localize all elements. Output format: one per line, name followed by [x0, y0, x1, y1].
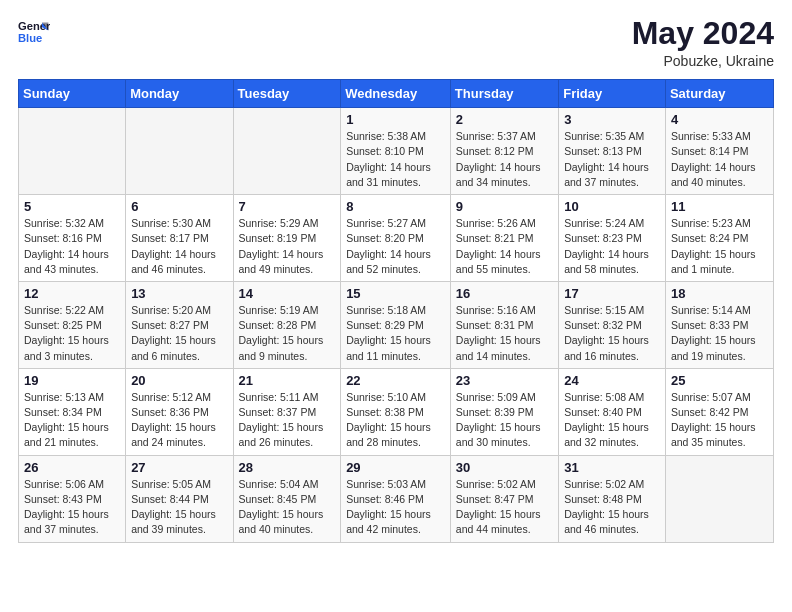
- day-info: Sunrise: 5:14 AM Sunset: 8:33 PM Dayligh…: [671, 303, 768, 364]
- table-row: 30Sunrise: 5:02 AM Sunset: 8:47 PM Dayli…: [450, 455, 558, 542]
- col-thursday: Thursday: [450, 80, 558, 108]
- col-friday: Friday: [559, 80, 666, 108]
- day-info: Sunrise: 5:33 AM Sunset: 8:14 PM Dayligh…: [671, 129, 768, 190]
- day-number: 5: [24, 199, 120, 214]
- month-year: May 2024: [632, 16, 774, 51]
- day-number: 4: [671, 112, 768, 127]
- day-info: Sunrise: 5:15 AM Sunset: 8:32 PM Dayligh…: [564, 303, 660, 364]
- day-info: Sunrise: 5:13 AM Sunset: 8:34 PM Dayligh…: [24, 390, 120, 451]
- day-number: 28: [239, 460, 336, 475]
- table-row: 19Sunrise: 5:13 AM Sunset: 8:34 PM Dayli…: [19, 368, 126, 455]
- location: Pobuzke, Ukraine: [632, 53, 774, 69]
- table-row: 16Sunrise: 5:16 AM Sunset: 8:31 PM Dayli…: [450, 281, 558, 368]
- day-info: Sunrise: 5:37 AM Sunset: 8:12 PM Dayligh…: [456, 129, 553, 190]
- day-info: Sunrise: 5:03 AM Sunset: 8:46 PM Dayligh…: [346, 477, 445, 538]
- table-row: [233, 108, 341, 195]
- table-row: 3Sunrise: 5:35 AM Sunset: 8:13 PM Daylig…: [559, 108, 666, 195]
- table-row: 24Sunrise: 5:08 AM Sunset: 8:40 PM Dayli…: [559, 368, 666, 455]
- day-number: 18: [671, 286, 768, 301]
- day-info: Sunrise: 5:30 AM Sunset: 8:17 PM Dayligh…: [131, 216, 227, 277]
- table-row: 29Sunrise: 5:03 AM Sunset: 8:46 PM Dayli…: [341, 455, 451, 542]
- day-info: Sunrise: 5:29 AM Sunset: 8:19 PM Dayligh…: [239, 216, 336, 277]
- day-info: Sunrise: 5:16 AM Sunset: 8:31 PM Dayligh…: [456, 303, 553, 364]
- logo-icon: General Blue: [18, 16, 50, 48]
- day-info: Sunrise: 5:35 AM Sunset: 8:13 PM Dayligh…: [564, 129, 660, 190]
- col-monday: Monday: [126, 80, 233, 108]
- day-number: 26: [24, 460, 120, 475]
- table-row: [19, 108, 126, 195]
- day-number: 31: [564, 460, 660, 475]
- title-block: May 2024 Pobuzke, Ukraine: [632, 16, 774, 69]
- day-info: Sunrise: 5:12 AM Sunset: 8:36 PM Dayligh…: [131, 390, 227, 451]
- day-info: Sunrise: 5:02 AM Sunset: 8:48 PM Dayligh…: [564, 477, 660, 538]
- table-row: 20Sunrise: 5:12 AM Sunset: 8:36 PM Dayli…: [126, 368, 233, 455]
- day-number: 6: [131, 199, 227, 214]
- day-info: Sunrise: 5:23 AM Sunset: 8:24 PM Dayligh…: [671, 216, 768, 277]
- page: General Blue May 2024 Pobuzke, Ukraine S…: [0, 0, 792, 612]
- day-number: 30: [456, 460, 553, 475]
- header: General Blue May 2024 Pobuzke, Ukraine: [18, 16, 774, 69]
- day-number: 29: [346, 460, 445, 475]
- table-row: 6Sunrise: 5:30 AM Sunset: 8:17 PM Daylig…: [126, 195, 233, 282]
- day-number: 19: [24, 373, 120, 388]
- table-row: 10Sunrise: 5:24 AM Sunset: 8:23 PM Dayli…: [559, 195, 666, 282]
- table-row: 4Sunrise: 5:33 AM Sunset: 8:14 PM Daylig…: [665, 108, 773, 195]
- col-sunday: Sunday: [19, 80, 126, 108]
- day-info: Sunrise: 5:09 AM Sunset: 8:39 PM Dayligh…: [456, 390, 553, 451]
- table-row: 14Sunrise: 5:19 AM Sunset: 8:28 PM Dayli…: [233, 281, 341, 368]
- day-number: 8: [346, 199, 445, 214]
- day-number: 10: [564, 199, 660, 214]
- table-row: 22Sunrise: 5:10 AM Sunset: 8:38 PM Dayli…: [341, 368, 451, 455]
- day-info: Sunrise: 5:19 AM Sunset: 8:28 PM Dayligh…: [239, 303, 336, 364]
- table-row: 15Sunrise: 5:18 AM Sunset: 8:29 PM Dayli…: [341, 281, 451, 368]
- table-row: 12Sunrise: 5:22 AM Sunset: 8:25 PM Dayli…: [19, 281, 126, 368]
- table-row: 2Sunrise: 5:37 AM Sunset: 8:12 PM Daylig…: [450, 108, 558, 195]
- day-number: 16: [456, 286, 553, 301]
- table-row: [665, 455, 773, 542]
- table-row: 23Sunrise: 5:09 AM Sunset: 8:39 PM Dayli…: [450, 368, 558, 455]
- table-row: 7Sunrise: 5:29 AM Sunset: 8:19 PM Daylig…: [233, 195, 341, 282]
- calendar: Sunday Monday Tuesday Wednesday Thursday…: [18, 79, 774, 542]
- logo: General Blue: [18, 16, 50, 48]
- day-info: Sunrise: 5:27 AM Sunset: 8:20 PM Dayligh…: [346, 216, 445, 277]
- day-info: Sunrise: 5:10 AM Sunset: 8:38 PM Dayligh…: [346, 390, 445, 451]
- table-row: 27Sunrise: 5:05 AM Sunset: 8:44 PM Dayli…: [126, 455, 233, 542]
- day-number: 23: [456, 373, 553, 388]
- day-info: Sunrise: 5:26 AM Sunset: 8:21 PM Dayligh…: [456, 216, 553, 277]
- day-info: Sunrise: 5:24 AM Sunset: 8:23 PM Dayligh…: [564, 216, 660, 277]
- table-row: [126, 108, 233, 195]
- table-row: 17Sunrise: 5:15 AM Sunset: 8:32 PM Dayli…: [559, 281, 666, 368]
- day-info: Sunrise: 5:38 AM Sunset: 8:10 PM Dayligh…: [346, 129, 445, 190]
- day-info: Sunrise: 5:02 AM Sunset: 8:47 PM Dayligh…: [456, 477, 553, 538]
- col-wednesday: Wednesday: [341, 80, 451, 108]
- table-row: 21Sunrise: 5:11 AM Sunset: 8:37 PM Dayli…: [233, 368, 341, 455]
- day-info: Sunrise: 5:04 AM Sunset: 8:45 PM Dayligh…: [239, 477, 336, 538]
- day-number: 15: [346, 286, 445, 301]
- col-saturday: Saturday: [665, 80, 773, 108]
- day-number: 25: [671, 373, 768, 388]
- day-number: 7: [239, 199, 336, 214]
- day-number: 17: [564, 286, 660, 301]
- col-tuesday: Tuesday: [233, 80, 341, 108]
- day-info: Sunrise: 5:22 AM Sunset: 8:25 PM Dayligh…: [24, 303, 120, 364]
- svg-text:Blue: Blue: [18, 32, 42, 44]
- table-row: 28Sunrise: 5:04 AM Sunset: 8:45 PM Dayli…: [233, 455, 341, 542]
- table-row: 8Sunrise: 5:27 AM Sunset: 8:20 PM Daylig…: [341, 195, 451, 282]
- day-number: 14: [239, 286, 336, 301]
- table-row: 9Sunrise: 5:26 AM Sunset: 8:21 PM Daylig…: [450, 195, 558, 282]
- day-info: Sunrise: 5:05 AM Sunset: 8:44 PM Dayligh…: [131, 477, 227, 538]
- day-number: 13: [131, 286, 227, 301]
- table-row: 31Sunrise: 5:02 AM Sunset: 8:48 PM Dayli…: [559, 455, 666, 542]
- table-row: 13Sunrise: 5:20 AM Sunset: 8:27 PM Dayli…: [126, 281, 233, 368]
- day-info: Sunrise: 5:20 AM Sunset: 8:27 PM Dayligh…: [131, 303, 227, 364]
- day-number: 27: [131, 460, 227, 475]
- day-info: Sunrise: 5:06 AM Sunset: 8:43 PM Dayligh…: [24, 477, 120, 538]
- day-info: Sunrise: 5:07 AM Sunset: 8:42 PM Dayligh…: [671, 390, 768, 451]
- table-row: 1Sunrise: 5:38 AM Sunset: 8:10 PM Daylig…: [341, 108, 451, 195]
- table-row: 26Sunrise: 5:06 AM Sunset: 8:43 PM Dayli…: [19, 455, 126, 542]
- day-number: 24: [564, 373, 660, 388]
- table-row: 25Sunrise: 5:07 AM Sunset: 8:42 PM Dayli…: [665, 368, 773, 455]
- day-info: Sunrise: 5:11 AM Sunset: 8:37 PM Dayligh…: [239, 390, 336, 451]
- day-number: 9: [456, 199, 553, 214]
- day-number: 3: [564, 112, 660, 127]
